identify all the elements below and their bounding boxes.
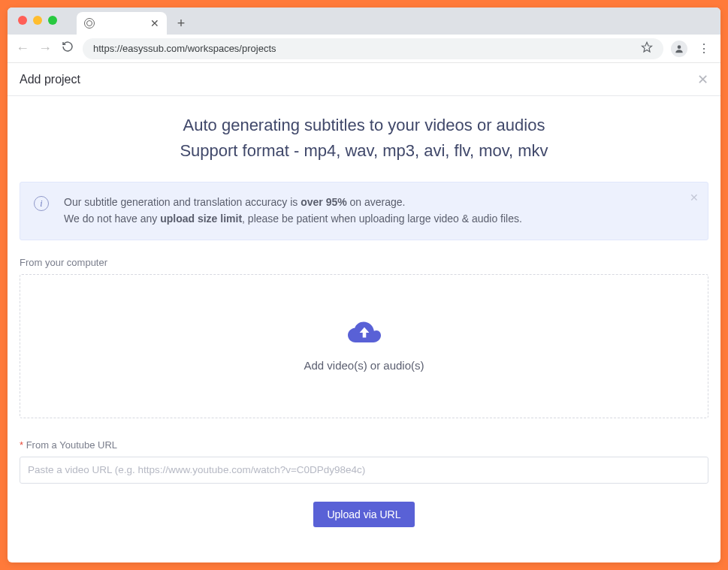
browser-tab[interactable]: ✕ (77, 12, 167, 35)
browser-menu-button[interactable]: ⋮ (695, 41, 713, 56)
info-icon: i (34, 196, 49, 211)
upload-via-url-button[interactable]: Upload via URL (313, 502, 414, 527)
tab-close-button[interactable]: ✕ (150, 18, 159, 29)
new-tab-button[interactable]: + (171, 14, 191, 33)
tab-strip: ✕ + (8, 8, 720, 35)
page-title: Add project (20, 73, 80, 86)
info-alert: i Our subtitle generation and translatio… (20, 182, 708, 240)
youtube-url-input[interactable] (20, 457, 708, 484)
alert-text-segment: on average. (347, 196, 406, 208)
headline-line-2: Support format - mp4, wav, mp3, avi, flv… (20, 138, 708, 164)
headline-line-1: Auto generating subtitles to your videos… (20, 113, 708, 138)
alert-text-segment: , please be patient when uploading large… (242, 213, 522, 225)
svg-point-1 (678, 45, 681, 49)
window-minimize-button[interactable] (33, 16, 42, 25)
tab-favicon-icon (84, 18, 95, 29)
forward-button[interactable]: → (38, 41, 53, 56)
bookmark-star-icon[interactable] (641, 41, 653, 56)
dropzone-text: Add video(s) or audio(s) (304, 359, 424, 372)
alert-upload-limit: upload size limit (160, 213, 242, 225)
browser-window: ✕ + ← → https://easyssub.com/workspaces/… (8, 8, 720, 562)
address-url: https://easyssub.com/workspaces/projects (93, 43, 276, 54)
profile-avatar-button[interactable] (671, 41, 687, 57)
alert-close-button[interactable]: ✕ (690, 190, 699, 207)
page-header: Add project ✕ (8, 63, 720, 96)
window-maximize-button[interactable] (48, 16, 57, 25)
alert-text-segment: We do not have any (64, 213, 160, 225)
headline: Auto generating subtitles to your videos… (20, 113, 708, 164)
address-bar[interactable]: https://easyssub.com/workspaces/projects (83, 38, 663, 59)
window-controls (18, 16, 57, 25)
reload-button[interactable] (60, 41, 75, 56)
modal-close-button[interactable]: ✕ (697, 71, 708, 88)
file-dropzone[interactable]: Add video(s) or audio(s) (20, 274, 708, 418)
browser-toolbar: ← → https://easyssub.com/workspaces/proj… (8, 35, 720, 63)
window-close-button[interactable] (18, 16, 27, 25)
from-computer-label: From your computer (20, 257, 708, 268)
alert-text-segment: Our subtitle generation and translation … (64, 196, 301, 208)
cloud-upload-icon (348, 321, 381, 348)
alert-accuracy-value: over 95% (301, 196, 346, 208)
alert-text: Our subtitle generation and translation … (64, 195, 522, 227)
svg-marker-0 (642, 42, 651, 52)
back-button[interactable]: ← (15, 41, 30, 56)
from-youtube-label: From a Youtube URL (20, 439, 708, 451)
page-content: Auto generating subtitles to your videos… (8, 96, 720, 562)
